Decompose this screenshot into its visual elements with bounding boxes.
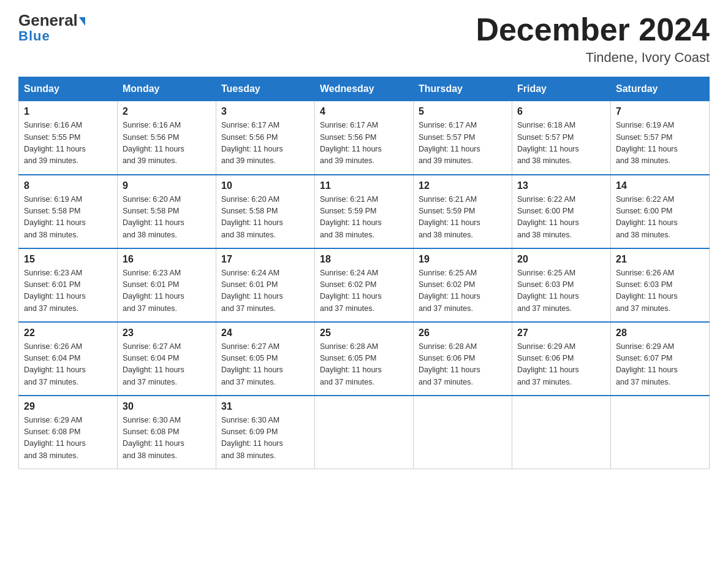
day-info: Sunrise: 6:17 AMSunset: 5:56 PMDaylight:… [221, 121, 283, 165]
day-info: Sunrise: 6:20 AMSunset: 5:58 PMDaylight:… [123, 195, 184, 239]
day-number: 13 [517, 180, 605, 191]
day-number: 27 [517, 327, 605, 339]
calendar-cell: 20 Sunrise: 6:25 AMSunset: 6:03 PMDaylig… [512, 248, 611, 322]
logo-line1: General [18, 12, 85, 28]
day-number: 10 [221, 180, 309, 191]
day-info: Sunrise: 6:29 AMSunset: 6:06 PMDaylight:… [517, 342, 579, 386]
day-number: 6 [517, 106, 605, 117]
calendar-cell: 13 Sunrise: 6:22 AMSunset: 6:00 PMDaylig… [512, 175, 611, 248]
day-info: Sunrise: 6:24 AMSunset: 6:02 PMDaylight:… [320, 269, 382, 313]
day-info: Sunrise: 6:19 AMSunset: 5:58 PMDaylight:… [24, 195, 86, 239]
day-number: 21 [616, 254, 704, 265]
calendar-week-1: 1 Sunrise: 6:16 AMSunset: 5:55 PMDayligh… [19, 101, 710, 175]
calendar-header-monday: Monday [118, 77, 216, 101]
calendar-header-friday: Friday [512, 77, 611, 101]
logo-blue: Blue [18, 28, 50, 44]
calendar-cell: 8 Sunrise: 6:19 AMSunset: 5:58 PMDayligh… [19, 175, 118, 248]
page-header: General Blue December 2024 Tindene, Ivor… [18, 12, 710, 66]
day-info: Sunrise: 6:25 AMSunset: 6:02 PMDaylight:… [419, 269, 480, 313]
calendar-cell: 28 Sunrise: 6:29 AMSunset: 6:07 PMDaylig… [611, 322, 710, 396]
month-title: December 2024 [476, 12, 710, 47]
calendar-cell: 9 Sunrise: 6:20 AMSunset: 5:58 PMDayligh… [118, 175, 216, 248]
day-number: 11 [320, 180, 408, 191]
day-info: Sunrise: 6:25 AMSunset: 6:03 PMDaylight:… [517, 269, 579, 313]
calendar-cell: 22 Sunrise: 6:26 AMSunset: 6:04 PMDaylig… [19, 322, 118, 396]
day-number: 18 [320, 254, 408, 265]
day-info: Sunrise: 6:28 AMSunset: 6:06 PMDaylight:… [419, 342, 480, 386]
day-number: 5 [419, 106, 507, 117]
day-number: 24 [221, 327, 309, 339]
day-info: Sunrise: 6:26 AMSunset: 6:04 PMDaylight:… [24, 342, 86, 386]
calendar-cell [414, 396, 512, 469]
day-info: Sunrise: 6:23 AMSunset: 6:01 PMDaylight:… [24, 269, 86, 313]
day-info: Sunrise: 6:21 AMSunset: 5:59 PMDaylight:… [419, 195, 480, 239]
day-number: 15 [24, 254, 112, 265]
day-number: 1 [24, 106, 112, 117]
day-number: 4 [320, 106, 408, 117]
day-number: 20 [517, 254, 605, 265]
day-number: 28 [616, 327, 704, 339]
day-number: 7 [616, 106, 704, 117]
title-block: December 2024 Tindene, Ivory Coast [476, 12, 710, 66]
day-number: 31 [221, 401, 309, 412]
calendar-header-tuesday: Tuesday [216, 77, 315, 101]
calendar-cell: 31 Sunrise: 6:30 AMSunset: 6:09 PMDaylig… [216, 396, 315, 469]
calendar-week-5: 29 Sunrise: 6:29 AMSunset: 6:08 PMDaylig… [19, 396, 710, 469]
calendar-cell: 30 Sunrise: 6:30 AMSunset: 6:08 PMDaylig… [118, 396, 216, 469]
calendar-cell: 23 Sunrise: 6:27 AMSunset: 6:04 PMDaylig… [118, 322, 216, 396]
day-number: 29 [24, 401, 112, 412]
calendar-header-wednesday: Wednesday [315, 77, 414, 101]
day-info: Sunrise: 6:26 AMSunset: 6:03 PMDaylight:… [616, 269, 678, 313]
day-number: 25 [320, 327, 408, 339]
day-number: 30 [123, 401, 211, 412]
day-info: Sunrise: 6:21 AMSunset: 5:59 PMDaylight:… [320, 195, 382, 239]
logo: General Blue [18, 12, 85, 44]
day-info: Sunrise: 6:24 AMSunset: 6:01 PMDaylight:… [221, 269, 283, 313]
calendar-cell: 12 Sunrise: 6:21 AMSunset: 5:59 PMDaylig… [414, 175, 512, 248]
day-info: Sunrise: 6:29 AMSunset: 6:07 PMDaylight:… [616, 342, 678, 386]
calendar-cell: 3 Sunrise: 6:17 AMSunset: 5:56 PMDayligh… [216, 101, 315, 175]
day-info: Sunrise: 6:27 AMSunset: 6:04 PMDaylight:… [123, 342, 184, 386]
calendar-cell: 14 Sunrise: 6:22 AMSunset: 6:00 PMDaylig… [611, 175, 710, 248]
day-number: 12 [419, 180, 507, 191]
day-info: Sunrise: 6:28 AMSunset: 6:05 PMDaylight:… [320, 342, 382, 386]
calendar-cell: 26 Sunrise: 6:28 AMSunset: 6:06 PMDaylig… [414, 322, 512, 396]
day-number: 16 [123, 254, 211, 265]
logo-arrow-icon [79, 17, 85, 26]
day-number: 8 [24, 180, 112, 191]
day-info: Sunrise: 6:16 AMSunset: 5:56 PMDaylight:… [123, 121, 184, 165]
calendar-cell [315, 396, 414, 469]
logo-general: General [18, 11, 78, 29]
day-number: 17 [221, 254, 309, 265]
day-info: Sunrise: 6:23 AMSunset: 6:01 PMDaylight:… [123, 269, 184, 313]
calendar-cell: 18 Sunrise: 6:24 AMSunset: 6:02 PMDaylig… [315, 248, 414, 322]
day-number: 23 [123, 327, 211, 339]
day-info: Sunrise: 6:22 AMSunset: 6:00 PMDaylight:… [517, 195, 579, 239]
calendar-cell: 10 Sunrise: 6:20 AMSunset: 5:58 PMDaylig… [216, 175, 315, 248]
calendar-cell: 19 Sunrise: 6:25 AMSunset: 6:02 PMDaylig… [414, 248, 512, 322]
calendar-cell [512, 396, 611, 469]
calendar-cell: 6 Sunrise: 6:18 AMSunset: 5:57 PMDayligh… [512, 101, 611, 175]
calendar-week-2: 8 Sunrise: 6:19 AMSunset: 5:58 PMDayligh… [19, 175, 710, 248]
calendar-cell: 11 Sunrise: 6:21 AMSunset: 5:59 PMDaylig… [315, 175, 414, 248]
day-info: Sunrise: 6:22 AMSunset: 6:00 PMDaylight:… [616, 195, 678, 239]
day-info: Sunrise: 6:17 AMSunset: 5:57 PMDaylight:… [419, 121, 480, 165]
calendar-cell [611, 396, 710, 469]
calendar-cell: 5 Sunrise: 6:17 AMSunset: 5:57 PMDayligh… [414, 101, 512, 175]
day-number: 2 [123, 106, 211, 117]
calendar-cell: 2 Sunrise: 6:16 AMSunset: 5:56 PMDayligh… [118, 101, 216, 175]
calendar-week-4: 22 Sunrise: 6:26 AMSunset: 6:04 PMDaylig… [19, 322, 710, 396]
day-number: 22 [24, 327, 112, 339]
calendar-cell: 1 Sunrise: 6:16 AMSunset: 5:55 PMDayligh… [19, 101, 118, 175]
calendar-header-row: SundayMondayTuesdayWednesdayThursdayFrid… [19, 77, 710, 101]
calendar-cell: 25 Sunrise: 6:28 AMSunset: 6:05 PMDaylig… [315, 322, 414, 396]
day-number: 14 [616, 180, 704, 191]
calendar-table: SundayMondayTuesdayWednesdayThursdayFrid… [18, 77, 710, 469]
day-info: Sunrise: 6:27 AMSunset: 6:05 PMDaylight:… [221, 342, 283, 386]
day-number: 19 [419, 254, 507, 265]
calendar-header-thursday: Thursday [414, 77, 512, 101]
day-info: Sunrise: 6:30 AMSunset: 6:09 PMDaylight:… [221, 416, 283, 460]
calendar-week-3: 15 Sunrise: 6:23 AMSunset: 6:01 PMDaylig… [19, 248, 710, 322]
calendar-cell: 29 Sunrise: 6:29 AMSunset: 6:08 PMDaylig… [19, 396, 118, 469]
calendar-header-sunday: Sunday [19, 77, 118, 101]
